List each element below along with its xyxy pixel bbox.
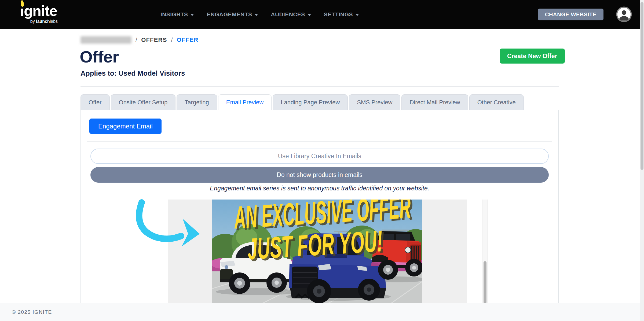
breadcrumb-current-offer[interactable]: OFFER	[177, 36, 199, 43]
nav-label: SETTINGS	[324, 11, 353, 18]
tab-offer[interactable]: Offer	[80, 94, 110, 110]
nav-item-insights[interactable]: INSIGHTS	[160, 11, 194, 18]
caret-down-icon	[355, 14, 359, 16]
applies-to-text: Applies to: Used Model Visitors	[80, 69, 185, 78]
tab-sms-preview[interactable]: SMS Preview	[349, 94, 400, 110]
email-creative-image: AN EXCLUSIVE OFFER AN EXCLUSIVE OFFER JU…	[212, 200, 422, 303]
breadcrumb: / OFFERS / OFFER	[80, 35, 198, 45]
nav-item-audiences[interactable]: AUDIENCES	[271, 11, 311, 18]
email-preview-card: Engagement Email Use Library Creative In…	[80, 110, 559, 303]
flame-icon	[20, 0, 24, 7]
tab-targeting[interactable]: Targeting	[177, 94, 217, 110]
caret-down-icon	[190, 14, 194, 16]
preview-scrollbar[interactable]	[482, 200, 488, 303]
create-new-offer-button[interactable]: Create New Offer	[500, 49, 565, 64]
offer-tabs: Offer Onsite Offer Setup Targeting Email…	[80, 94, 524, 110]
caret-down-icon	[254, 14, 258, 16]
use-library-creative-button[interactable]: Use Library Creative In Emails	[90, 149, 549, 164]
engagement-email-caption: Engagement email series is sent to anony…	[81, 185, 558, 192]
tab-onsite-offer-setup[interactable]: Onsite Offer Setup	[111, 94, 176, 110]
page-scrollbar[interactable]	[640, 0, 644, 321]
logo-wordmark: ignite	[20, 3, 58, 19]
nav-label: INSIGHTS	[160, 11, 188, 18]
nav-label: ENGAGEMENTS	[207, 11, 252, 18]
content-divider	[87, 141, 552, 142]
breadcrumb-link-offers[interactable]: OFFERS	[141, 36, 167, 43]
main-nav: INSIGHTS ENGAGEMENTS AUDIENCES SETTINGS	[160, 0, 359, 29]
tab-direct-mail-preview[interactable]: Direct Mail Preview	[401, 94, 468, 110]
nav-item-settings[interactable]: SETTINGS	[324, 11, 359, 18]
no-products-in-emails-button[interactable]: Do not show products in emails	[90, 167, 549, 183]
ignite-logo[interactable]: ignite by launchlabs	[20, 3, 58, 24]
change-website-button[interactable]: CHANGE WEBSITE	[538, 9, 603, 20]
page-scrollbar-thumb[interactable]	[641, 2, 643, 170]
logo-subtitle: by launchlabs	[20, 19, 58, 24]
tab-other-creative[interactable]: Other Creative	[469, 94, 524, 110]
copyright-text: © 2025 IGNITE	[12, 303, 52, 321]
caret-down-icon	[308, 14, 311, 16]
page-footer: © 2025 IGNITE	[0, 303, 644, 321]
nav-label: AUDIENCES	[271, 11, 305, 18]
creative-scene: AN EXCLUSIVE OFFER AN EXCLUSIVE OFFER JU…	[212, 200, 422, 303]
breadcrumb-separator: /	[136, 36, 137, 43]
breadcrumb-separator: /	[171, 36, 173, 43]
tab-email-preview[interactable]: Email Preview	[218, 94, 272, 110]
engagement-email-button[interactable]: Engagement Email	[89, 119, 162, 134]
page-title: Offer	[80, 47, 119, 66]
tab-landing-page-preview[interactable]: Landing Page Preview	[273, 94, 348, 110]
preview-scrollbar-thumb[interactable]	[484, 261, 486, 303]
top-navigation-bar: ignite by launchlabs INSIGHTS ENGAGEMENT…	[0, 0, 644, 29]
nav-item-engagements[interactable]: ENGAGEMENTS	[207, 11, 258, 18]
section-divider	[80, 86, 559, 87]
user-icon	[616, 6, 632, 22]
user-avatar-button[interactable]	[616, 6, 632, 22]
app-viewport: ignite by launchlabs INSIGHTS ENGAGEMENT…	[0, 0, 644, 321]
breadcrumb-redacted-site[interactable]	[80, 36, 131, 44]
